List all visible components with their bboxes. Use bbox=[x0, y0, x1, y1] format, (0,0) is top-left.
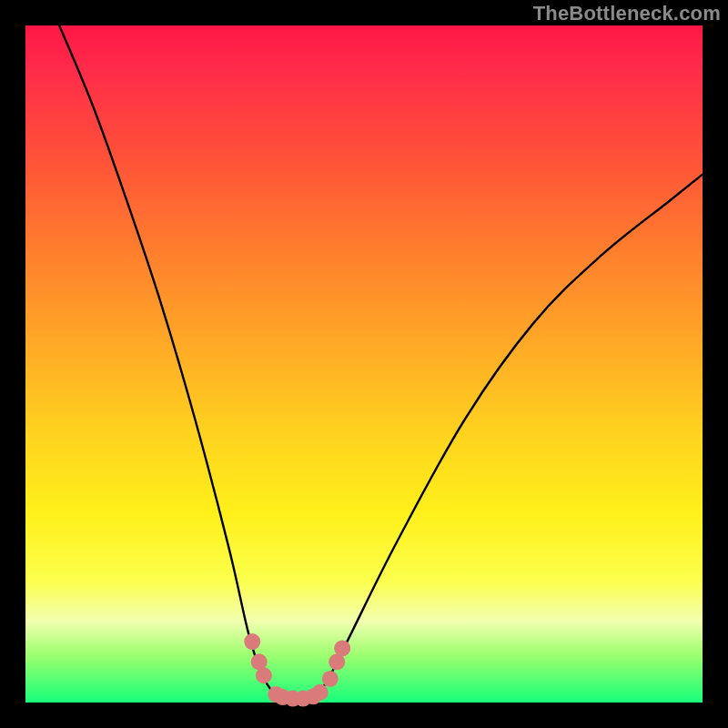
watermark-text: TheBottleneck.com bbox=[533, 2, 721, 25]
marker-dot bbox=[322, 671, 339, 687]
marker-dot bbox=[312, 684, 329, 701]
curve-layer bbox=[25, 25, 703, 703]
v-curve-path bbox=[59, 25, 703, 700]
marker-dot bbox=[244, 633, 260, 650]
bottleneck-curve bbox=[59, 25, 703, 700]
outer-frame: TheBottleneck.com bbox=[0, 0, 728, 728]
marker-cluster bbox=[244, 633, 350, 706]
marker-dot bbox=[334, 640, 350, 656]
marker-dot bbox=[256, 667, 272, 683]
plot-area bbox=[25, 25, 703, 703]
